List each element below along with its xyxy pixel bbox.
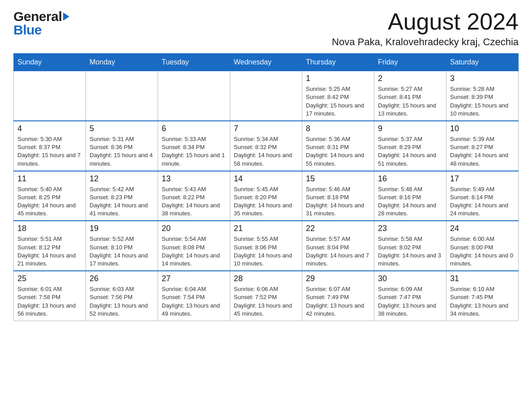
table-row: 18Sunrise: 5:51 AMSunset: 8:12 PMDayligh…	[14, 221, 86, 271]
table-row	[158, 71, 230, 121]
day-number: 24	[450, 224, 515, 233]
day-number: 6	[162, 124, 226, 133]
day-number: 9	[378, 124, 442, 133]
table-row: 4Sunrise: 5:30 AMSunset: 8:37 PMDaylight…	[14, 121, 86, 171]
calendar-row-2: 4Sunrise: 5:30 AMSunset: 8:37 PMDaylight…	[14, 121, 519, 171]
table-row: 25Sunrise: 6:01 AMSunset: 7:58 PMDayligh…	[14, 271, 86, 321]
day-info: Sunrise: 5:58 AMSunset: 8:02 PMDaylight:…	[378, 235, 442, 268]
calendar-row-1: 1Sunrise: 5:25 AMSunset: 8:42 PMDaylight…	[14, 71, 519, 121]
day-info: Sunrise: 6:06 AMSunset: 7:52 PMDaylight:…	[234, 285, 298, 318]
day-info: Sunrise: 5:55 AMSunset: 8:06 PMDaylight:…	[234, 235, 298, 268]
table-row: 15Sunrise: 5:46 AMSunset: 8:18 PMDayligh…	[302, 171, 374, 221]
day-number: 19	[90, 224, 154, 233]
day-info: Sunrise: 5:39 AMSunset: 8:27 PMDaylight:…	[450, 135, 515, 168]
table-row: 24Sunrise: 6:00 AMSunset: 8:00 PMDayligh…	[446, 221, 519, 271]
day-info: Sunrise: 6:09 AMSunset: 7:47 PMDaylight:…	[378, 285, 442, 318]
table-row: 13Sunrise: 5:43 AMSunset: 8:22 PMDayligh…	[158, 171, 230, 221]
day-number: 29	[306, 274, 370, 283]
table-row: 8Sunrise: 5:36 AMSunset: 8:31 PMDaylight…	[302, 121, 374, 171]
table-row: 22Sunrise: 5:57 AMSunset: 8:04 PMDayligh…	[302, 221, 374, 271]
table-row	[14, 71, 86, 121]
title-block: August 2024 Nova Paka, Kralovehradecky k…	[332, 9, 519, 48]
table-row: 17Sunrise: 5:49 AMSunset: 8:14 PMDayligh…	[446, 171, 519, 221]
logo: General Blue	[13, 9, 69, 38]
table-row: 11Sunrise: 5:40 AMSunset: 8:25 PMDayligh…	[14, 171, 86, 221]
logo-blue-text: Blue	[13, 22, 69, 38]
day-number: 30	[378, 274, 442, 283]
table-row: 31Sunrise: 6:10 AMSunset: 7:45 PMDayligh…	[446, 271, 519, 321]
day-number: 25	[17, 274, 82, 283]
table-row: 27Sunrise: 6:04 AMSunset: 7:54 PMDayligh…	[158, 271, 230, 321]
day-number: 16	[378, 174, 442, 184]
day-number: 2	[378, 74, 442, 83]
day-info: Sunrise: 5:52 AMSunset: 8:10 PMDaylight:…	[90, 235, 154, 268]
header-thursday: Thursday	[302, 54, 374, 71]
table-row: 16Sunrise: 5:48 AMSunset: 8:16 PMDayligh…	[374, 171, 446, 221]
table-row: 2Sunrise: 5:27 AMSunset: 8:41 PMDaylight…	[374, 71, 446, 121]
day-number: 3	[450, 74, 515, 83]
day-info: Sunrise: 5:33 AMSunset: 8:34 PMDaylight:…	[162, 135, 226, 168]
day-number: 27	[162, 274, 226, 283]
day-info: Sunrise: 5:43 AMSunset: 8:22 PMDaylight:…	[162, 185, 226, 218]
day-number: 20	[162, 224, 226, 233]
table-row: 28Sunrise: 6:06 AMSunset: 7:52 PMDayligh…	[230, 271, 302, 321]
table-row	[86, 71, 158, 121]
day-info: Sunrise: 6:01 AMSunset: 7:58 PMDaylight:…	[17, 285, 82, 318]
table-row: 6Sunrise: 5:33 AMSunset: 8:34 PMDaylight…	[158, 121, 230, 171]
table-row: 5Sunrise: 5:31 AMSunset: 8:36 PMDaylight…	[86, 121, 158, 171]
table-row: 10Sunrise: 5:39 AMSunset: 8:27 PMDayligh…	[446, 121, 519, 171]
table-row: 26Sunrise: 6:03 AMSunset: 7:56 PMDayligh…	[86, 271, 158, 321]
day-number: 8	[306, 124, 370, 133]
day-number: 17	[450, 174, 515, 184]
day-info: Sunrise: 6:00 AMSunset: 8:00 PMDaylight:…	[450, 235, 515, 268]
day-number: 28	[234, 274, 298, 283]
table-row: 19Sunrise: 5:52 AMSunset: 8:10 PMDayligh…	[86, 221, 158, 271]
table-row: 7Sunrise: 5:34 AMSunset: 8:32 PMDaylight…	[230, 121, 302, 171]
calendar-header-row: Sunday Monday Tuesday Wednesday Thursday…	[14, 54, 519, 71]
day-info: Sunrise: 5:57 AMSunset: 8:04 PMDaylight:…	[306, 235, 370, 268]
day-info: Sunrise: 5:49 AMSunset: 8:14 PMDaylight:…	[450, 185, 515, 218]
day-number: 12	[90, 174, 154, 184]
day-info: Sunrise: 5:45 AMSunset: 8:20 PMDaylight:…	[234, 185, 298, 218]
day-info: Sunrise: 6:10 AMSunset: 7:45 PMDaylight:…	[450, 285, 515, 318]
day-number: 23	[378, 224, 442, 233]
day-info: Sunrise: 5:46 AMSunset: 8:18 PMDaylight:…	[306, 185, 370, 218]
day-number: 26	[90, 274, 154, 283]
day-info: Sunrise: 5:37 AMSunset: 8:29 PMDaylight:…	[378, 135, 442, 168]
logo-arrow-icon	[63, 13, 69, 21]
day-info: Sunrise: 5:31 AMSunset: 8:36 PMDaylight:…	[90, 135, 154, 168]
day-info: Sunrise: 5:48 AMSunset: 8:16 PMDaylight:…	[378, 185, 442, 218]
day-info: Sunrise: 5:36 AMSunset: 8:31 PMDaylight:…	[306, 135, 370, 168]
header-wednesday: Wednesday	[230, 54, 302, 71]
day-number: 18	[17, 224, 82, 233]
table-row: 14Sunrise: 5:45 AMSunset: 8:20 PMDayligh…	[230, 171, 302, 221]
table-row: 1Sunrise: 5:25 AMSunset: 8:42 PMDaylight…	[302, 71, 374, 121]
logo-general-text: General	[13, 9, 62, 24]
day-number: 14	[234, 174, 298, 184]
header-tuesday: Tuesday	[158, 54, 230, 71]
day-number: 31	[450, 274, 515, 283]
day-number: 10	[450, 124, 515, 133]
day-info: Sunrise: 5:51 AMSunset: 8:12 PMDaylight:…	[17, 235, 82, 268]
day-number: 13	[162, 174, 226, 184]
calendar-row-3: 11Sunrise: 5:40 AMSunset: 8:25 PMDayligh…	[14, 171, 519, 221]
day-number: 1	[306, 74, 370, 83]
day-info: Sunrise: 5:54 AMSunset: 8:08 PMDaylight:…	[162, 235, 226, 268]
day-info: Sunrise: 5:30 AMSunset: 8:37 PMDaylight:…	[17, 135, 82, 168]
day-info: Sunrise: 5:25 AMSunset: 8:42 PMDaylight:…	[306, 85, 370, 118]
header-friday: Friday	[374, 54, 446, 71]
table-row	[230, 71, 302, 121]
day-number: 4	[17, 124, 82, 133]
day-info: Sunrise: 5:42 AMSunset: 8:23 PMDaylight:…	[90, 185, 154, 218]
header-sunday: Sunday	[14, 54, 86, 71]
header-monday: Monday	[86, 54, 158, 71]
day-number: 11	[17, 174, 82, 184]
day-info: Sunrise: 5:27 AMSunset: 8:41 PMDaylight:…	[378, 85, 442, 118]
calendar-row-4: 18Sunrise: 5:51 AMSunset: 8:12 PMDayligh…	[14, 221, 519, 271]
calendar-table: Sunday Monday Tuesday Wednesday Thursday…	[13, 53, 519, 321]
day-number: 21	[234, 224, 298, 233]
day-info: Sunrise: 5:28 AMSunset: 8:39 PMDaylight:…	[450, 85, 515, 118]
table-row: 12Sunrise: 5:42 AMSunset: 8:23 PMDayligh…	[86, 171, 158, 221]
table-row: 3Sunrise: 5:28 AMSunset: 8:39 PMDaylight…	[446, 71, 519, 121]
day-info: Sunrise: 5:34 AMSunset: 8:32 PMDaylight:…	[234, 135, 298, 168]
